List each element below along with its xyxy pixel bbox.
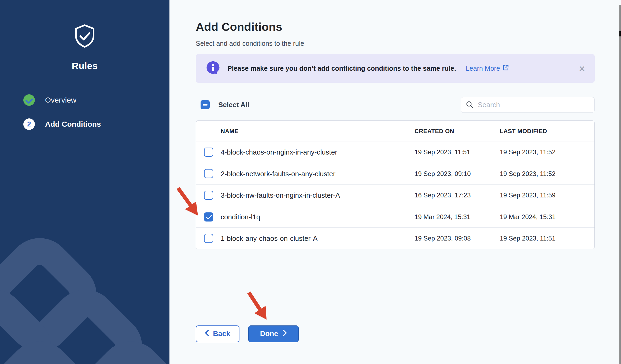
page-title: Add Conditions bbox=[196, 20, 282, 33]
row-last-modified: 19 Sep 2023, 11:52 bbox=[500, 163, 556, 185]
sidebar-title: Rules bbox=[72, 61, 98, 71]
column-header-name: NAME bbox=[221, 121, 238, 141]
conditions-table: NAME CREATED ON LAST MODIFIED 4-block-ch… bbox=[196, 120, 595, 249]
row-checkbox[interactable] bbox=[204, 191, 213, 200]
window-edge bbox=[619, 5, 621, 364]
info-banner: Please make sure you don’t add conflicti… bbox=[196, 54, 595, 83]
table-row[interactable]: condition-l1q 19 Mar 2024, 15:31 19 Mar … bbox=[196, 206, 594, 228]
step-label: Add Conditions bbox=[45, 120, 101, 129]
step-list: Overview 2 Add Conditions bbox=[23, 94, 101, 130]
row-created-on: 19 Mar 2024, 15:31 bbox=[415, 206, 470, 228]
row-name: 2-block-network-faults-on-any-cluster bbox=[221, 163, 335, 185]
row-checkbox[interactable] bbox=[204, 234, 213, 243]
table-body: 4-block-chaos-on-nginx-in-any-cluster 19… bbox=[196, 141, 594, 249]
row-created-on: 19 Sep 2023, 11:51 bbox=[415, 141, 470, 163]
add-conditions-screen: Rules Overview 2 Add Conditions Add Cond… bbox=[0, 0, 621, 364]
row-checkbox[interactable] bbox=[204, 148, 213, 157]
row-created-on: 19 Sep 2023, 09:10 bbox=[415, 163, 471, 185]
done-button-label: Done bbox=[260, 330, 278, 338]
step-overview[interactable]: Overview bbox=[23, 94, 101, 106]
back-button[interactable]: Back bbox=[196, 325, 239, 342]
table-row[interactable]: 4-block-chaos-on-nginx-in-any-cluster 19… bbox=[196, 141, 594, 163]
table-row[interactable]: 2-block-network-faults-on-any-cluster 19… bbox=[196, 163, 594, 185]
select-all-checkbox[interactable] bbox=[201, 100, 210, 109]
learn-more-link[interactable]: Learn More bbox=[466, 65, 509, 73]
scrollbar-thumb[interactable] bbox=[619, 31, 621, 36]
search-input[interactable] bbox=[477, 100, 590, 109]
chevron-right-icon bbox=[283, 329, 287, 338]
row-name: condition-l1q bbox=[221, 206, 260, 228]
step-label: Overview bbox=[45, 96, 76, 104]
sidebar: Rules Overview 2 Add Conditions bbox=[0, 0, 169, 364]
info-bubble-icon bbox=[206, 61, 220, 76]
row-last-modified: 19 Mar 2024, 15:31 bbox=[500, 206, 556, 228]
chevron-left-icon bbox=[205, 329, 209, 338]
step-add-conditions[interactable]: 2 Add Conditions bbox=[23, 118, 101, 130]
row-last-modified: 19 Sep 2023, 11:51 bbox=[500, 228, 556, 249]
table-header: NAME CREATED ON LAST MODIFIED bbox=[196, 121, 594, 141]
row-name: 3-block-nw-faults-on-nginx-in-cluster-A bbox=[221, 185, 340, 206]
column-header-last-modified: LAST MODIFIED bbox=[500, 121, 547, 141]
table-row[interactable]: 1-block-any-chaos-on-cluster-A 19 Sep 20… bbox=[196, 227, 594, 249]
row-last-modified: 19 Sep 2023, 11:52 bbox=[500, 141, 556, 163]
banner-message: Please make sure you don’t add conflicti… bbox=[227, 65, 456, 72]
search-icon bbox=[466, 101, 473, 109]
row-last-modified: 19 Sep 2023, 11:59 bbox=[500, 185, 556, 206]
search-box bbox=[461, 97, 595, 113]
learn-more-label: Learn More bbox=[466, 65, 500, 72]
close-icon[interactable]: × bbox=[579, 63, 585, 74]
row-name: 1-block-any-chaos-on-cluster-A bbox=[221, 228, 317, 249]
step-number-badge: 2 bbox=[23, 118, 35, 130]
row-checkbox[interactable] bbox=[204, 169, 213, 178]
column-header-created-on: CREATED ON bbox=[415, 121, 454, 141]
done-button[interactable]: Done bbox=[248, 325, 299, 342]
shield-check-icon bbox=[72, 24, 97, 49]
table-row[interactable]: 3-block-nw-faults-on-nginx-in-cluster-A … bbox=[196, 184, 594, 206]
select-all-control[interactable]: Select All bbox=[201, 100, 249, 109]
row-created-on: 16 Sep 2023, 17:23 bbox=[415, 185, 471, 206]
back-button-label: Back bbox=[213, 330, 230, 338]
page-subtitle: Select and add conditions to the rule bbox=[196, 40, 304, 47]
step-complete-icon bbox=[23, 94, 35, 106]
row-created-on: 19 Sep 2023, 09:08 bbox=[415, 228, 471, 249]
row-name: 4-block-chaos-on-nginx-in-any-cluster bbox=[221, 141, 337, 163]
external-link-icon bbox=[502, 65, 509, 73]
select-all-label: Select All bbox=[218, 101, 249, 109]
row-checkbox[interactable] bbox=[204, 212, 213, 222]
brand-block: Rules bbox=[0, 24, 169, 71]
